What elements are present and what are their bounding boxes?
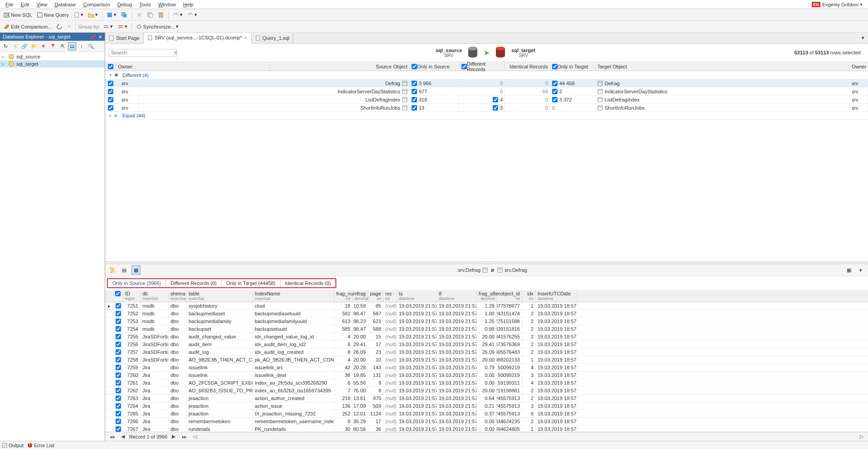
menu-debug[interactable]: Debug: [114, 1, 136, 8]
menu-tools[interactable]: Tools: [136, 1, 155, 8]
data-row[interactable]: 7255JiraSDFortisdboaudit_changed_valueid…: [105, 333, 868, 341]
grid-view-icon[interactable]: ▦: [844, 266, 853, 275]
row-checkbox[interactable]: [116, 357, 121, 362]
comparison-row[interactable]: srvListDefragIndex 318 40 3 372 ListDefr…: [105, 96, 868, 104]
cell-checkbox[interactable]: [412, 105, 417, 111]
row-checkbox[interactable]: [116, 326, 121, 332]
row-checkbox[interactable]: [116, 349, 121, 355]
col-header-idx[interactable]: idxint: [522, 290, 536, 302]
col-header-id[interactable]: IDbigint: [123, 290, 141, 302]
tab-close-icon[interactable]: ✕: [244, 35, 247, 40]
expand-icon[interactable]: ▷: [2, 62, 6, 66]
col-header-rec[interactable]: recint: [383, 290, 397, 302]
layout-1-icon[interactable]: ▤: [120, 266, 129, 275]
only-target-checkbox[interactable]: [552, 64, 558, 69]
script-view-icon[interactable]: 📜: [108, 266, 117, 275]
close-icon[interactable]: ✕: [98, 34, 102, 39]
group-different[interactable]: ▾ ≢ Different (4): [105, 71, 868, 79]
menu-edit[interactable]: Edit: [17, 1, 33, 8]
data-row[interactable]: 7264Jiradbojiraactionaction_issue13617.0…: [105, 402, 868, 410]
nav-scroll-right-icon[interactable]: ▷: [858, 434, 865, 439]
col-header-insertutcdate[interactable]: InsertUTCDatedatetime: [536, 290, 577, 302]
sort-icon[interactable]: ↕: [78, 42, 86, 50]
menu-comparison[interactable]: Comparison: [79, 1, 113, 8]
output-panel-button[interactable]: Output: [2, 443, 24, 448]
data-row[interactable]: 7253msdbdbobackupmediafamilybackupmediaf…: [105, 318, 868, 325]
tab-1[interactable]: SRV (sql_service...-1CSQL-01).dcomp*✕: [144, 33, 252, 43]
select-all-checkbox[interactable]: [108, 64, 113, 69]
data-row[interactable]: 7267JiradborundetailsPK_rundetails3080.5…: [105, 425, 868, 432]
nav-prev-icon[interactable]: ◀: [119, 434, 126, 439]
col-source-object[interactable]: Source Object: [270, 62, 410, 71]
pin-icon[interactable]: 📌: [90, 34, 96, 39]
col-header-shema[interactable]: shemanvarchar: [169, 290, 187, 302]
row-checkbox[interactable]: [116, 388, 121, 393]
cell-checkbox[interactable]: [412, 89, 417, 94]
detail-tab-2[interactable]: Only in Target (44458): [222, 279, 281, 287]
tab-0[interactable]: Start Page: [105, 33, 144, 43]
row-checkbox[interactable]: [108, 97, 113, 102]
redo-button[interactable]: ▾: [185, 11, 199, 19]
col-header-page[interactable]: pageint: [368, 290, 383, 302]
nav-prev-page-icon[interactable]: ◁: [191, 434, 199, 439]
row-checkbox[interactable]: [108, 81, 113, 86]
error-list-button[interactable]: ! Error List: [27, 443, 54, 448]
detail-tab-0[interactable]: Only in Source (3966): [108, 279, 166, 287]
row-checkbox[interactable]: [108, 105, 113, 111]
doc-dropdown[interactable]: ▾: [72, 11, 85, 19]
new-query-button[interactable]: New Query: [35, 11, 71, 19]
refresh-button[interactable]: [54, 23, 64, 31]
row-checkbox[interactable]: [116, 380, 121, 386]
synchronize-button[interactable]: Synchronize... ▾: [134, 23, 180, 31]
search-input[interactable]: [111, 50, 174, 55]
cell-checkbox[interactable]: [552, 89, 558, 94]
menu-view[interactable]: View: [33, 1, 51, 8]
cell-checkbox[interactable]: [493, 97, 498, 102]
col-header-frag_num[interactable]: frag_numint: [335, 290, 353, 302]
col-owner[interactable]: Owner: [116, 62, 270, 71]
options-dropdown[interactable]: ▾: [856, 266, 865, 275]
col-only-source[interactable]: Only in Source: [410, 62, 460, 71]
open-dropdown[interactable]: ▾: [86, 11, 100, 19]
search-box[interactable]: ✕: [109, 49, 177, 57]
menu-window[interactable]: Window: [155, 1, 179, 8]
row-checkbox[interactable]: [116, 426, 121, 432]
col-header-frag[interactable]: fragdecimal: [353, 290, 368, 302]
data-row[interactable]: 7260Jiradboissuelinkissuelink_dest3819.8…: [105, 372, 868, 379]
row-checkbox[interactable]: [116, 311, 121, 316]
cut-button[interactable]: [134, 11, 144, 19]
comparison-row[interactable]: srvShortInfoRunJobs 13 300 ShortInfoRunJ…: [105, 104, 868, 112]
data-row[interactable]: 7261JiradboAO_2FC5DA_SCRIPT_EXECUTIONind…: [105, 379, 868, 387]
data-row[interactable]: 7254msdbdbobackupsetbackupsetuuid58598.4…: [105, 325, 868, 333]
data-row[interactable]: 7252msdbdbobackupmediasetbackupmediasetu…: [105, 310, 868, 318]
col-owner-2[interactable]: Owner: [850, 62, 868, 71]
row-checkbox[interactable]: [116, 319, 121, 324]
tree-node-target[interactable]: ▷ sql_target: [0, 60, 105, 68]
col-header-indexname[interactable]: IndexNamenvarchar: [253, 290, 335, 302]
group-equal[interactable]: ▷ ≡ Equal (44): [105, 112, 868, 120]
collapse-icon[interactable]: ⇱: [58, 42, 67, 50]
data-row[interactable]: 7262JiradboAO_6832B3_ISSUE_TO_PRindex_ao…: [105, 387, 868, 395]
cell-checkbox[interactable]: [412, 97, 417, 102]
row-checkbox[interactable]: [116, 419, 121, 424]
refresh-icon[interactable]: ↻: [1, 42, 10, 50]
col-header-object_id[interactable]: object_idint: [497, 290, 522, 302]
col-target-object[interactable]: Target Object: [596, 62, 850, 71]
row-checkbox[interactable]: [116, 334, 121, 339]
col-identical[interactable]: Identical Records: [505, 62, 550, 71]
row-checkbox[interactable]: [116, 303, 121, 309]
comparison-row[interactable]: srvDefrag 3 96600 44 458 Defragsrv: [105, 79, 868, 87]
save-button[interactable]: ▾: [105, 11, 118, 19]
nav-next-icon[interactable]: ▶: [170, 434, 177, 439]
data-row[interactable]: 7256JiraSDFortisdboaudit_itemidx_audit_i…: [105, 341, 868, 348]
only-source-checkbox[interactable]: [412, 64, 417, 69]
new-connection-icon[interactable]: 🔗: [20, 42, 29, 50]
tree-node-source[interactable]: ▷ sql_source: [0, 53, 105, 60]
paste-button[interactable]: [156, 11, 166, 19]
cell-checkbox[interactable]: [412, 81, 417, 86]
user-account[interactable]: EG Evgeniy Gribkov ▾: [812, 2, 866, 7]
data-row[interactable]: 7259Jiradboissuelinkissuelink_src4220.28…: [105, 364, 868, 372]
undo-button[interactable]: ▾: [171, 11, 184, 19]
goto-icon[interactable]: 📍: [49, 42, 57, 50]
new-folder-icon[interactable]: 📁: [30, 42, 38, 50]
